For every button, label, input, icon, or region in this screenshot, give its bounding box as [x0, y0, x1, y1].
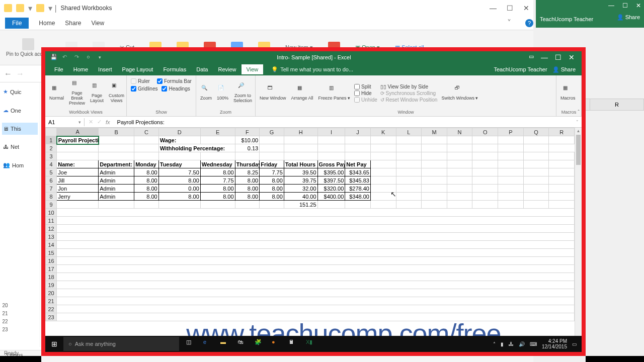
new-window-button[interactable]: 🗔New Window	[258, 84, 288, 102]
formula-input[interactable]: Payroll Projections:	[114, 118, 573, 126]
minimize-button[interactable]: —	[541, 53, 548, 61]
tab-pagelayout[interactable]: Page Layout	[117, 64, 158, 74]
undo-icon[interactable]: ↶	[62, 54, 69, 61]
tab-file[interactable]: File	[5, 18, 29, 29]
zoom-100-button[interactable]: 📄100%	[215, 84, 230, 102]
taskbar-store-icon[interactable]: 🛍	[237, 339, 248, 349]
sidebar-item-homegroup[interactable]: 👥Hom	[2, 159, 38, 171]
back-button[interactable]: ←	[4, 69, 12, 78]
zoom-button[interactable]: 🔍Zoom	[198, 84, 214, 102]
taskbar-explorer-icon[interactable]: ▬	[220, 339, 230, 349]
table-row: 16	[46, 257, 575, 265]
split-checkbox[interactable]	[354, 84, 360, 89]
page-break-preview-button[interactable]: ▤Page Break Preview	[67, 79, 87, 107]
ruler-checkbox[interactable]	[131, 78, 136, 84]
gridlines-checkbox[interactable]	[131, 86, 136, 92]
sidebar-item-network[interactable]: 🖧Net	[2, 141, 38, 153]
unhide-checkbox[interactable]	[354, 97, 360, 103]
expand-formula-icon[interactable]: ˅	[573, 120, 582, 125]
tab-data[interactable]: Data	[191, 64, 213, 74]
tab-view[interactable]: View	[91, 20, 104, 27]
system-clock[interactable]: 4:24 PM 12/14/2015	[542, 338, 567, 349]
close-button[interactable]: ✕	[569, 53, 575, 61]
maximize-button[interactable]: ☐	[507, 4, 513, 12]
tab-view[interactable]: View	[242, 64, 264, 74]
table-row: 5JoeAdmin8.007.508.008.257.7539.50$395.0…	[46, 168, 575, 176]
table-row: 17	[46, 265, 575, 273]
sidebar-item-onedrive[interactable]: ☁One	[2, 104, 38, 117]
folder-icon	[4, 4, 12, 12]
macros-button[interactable]: ▦Macros	[558, 84, 578, 102]
view-side-by-side-button[interactable]: ▯▯ View Side by Side	[380, 84, 438, 89]
vertical-scrollbar[interactable]: ▲ ▼	[575, 128, 582, 352]
tray-up-icon[interactable]: ˄	[493, 341, 496, 347]
taskbar-excel-icon[interactable]: X▮	[306, 339, 316, 349]
name-box[interactable]: A1▾	[45, 118, 85, 126]
tab-share[interactable]: Share	[65, 20, 81, 27]
tray-network-icon[interactable]: 🖧	[509, 341, 514, 347]
close-button[interactable]: ✕	[523, 4, 529, 12]
tray-keyboard-icon[interactable]: ⌨	[530, 341, 537, 347]
excel-tabs: File Home Insert Page Layout Formulas Da…	[45, 63, 582, 75]
tab-file[interactable]: File	[49, 64, 68, 74]
tab-home[interactable]: Home	[39, 20, 55, 27]
cancel-icon[interactable]: ✕	[89, 119, 93, 125]
page-layout-button[interactable]: ▥Page Layout	[88, 81, 106, 105]
share-button[interactable]: 👤 Share	[552, 66, 578, 73]
custom-views-button[interactable]: ▣Custom Views	[107, 81, 126, 105]
hide-checkbox[interactable]	[354, 90, 360, 96]
taskbar-firefox-icon[interactable]: ●	[272, 339, 282, 349]
headings-checkbox[interactable]	[162, 86, 167, 92]
table-row: 20	[46, 289, 575, 297]
sync-scrolling-button[interactable]: ⟳ Synchronous Scrolling	[380, 90, 438, 96]
explorer-tabs: File Home Share View ˅ ?	[0, 16, 533, 30]
freeze-panes-button[interactable]: ▥Freeze Panes ▾	[316, 84, 353, 102]
ribbon-options-button[interactable]: ▭	[529, 53, 534, 61]
table-row: 15	[46, 249, 575, 257]
tray-battery-icon[interactable]: ▮	[501, 341, 504, 347]
tray-volume-icon[interactable]: 🔊	[519, 341, 525, 347]
tab-formulas[interactable]: Formulas	[158, 64, 191, 74]
reset-position-button[interactable]: ↺ Reset Window Position	[380, 97, 438, 103]
formula-bar-checkbox[interactable]	[157, 78, 163, 84]
search-box[interactable]: ○ Ask me anything	[63, 337, 179, 351]
tellme-input[interactable]: 💡 Tell me what you want to do...	[263, 66, 494, 73]
tab-home[interactable]: Home	[68, 64, 93, 74]
help-icon[interactable]: ?	[525, 19, 533, 27]
table-row: 3	[46, 152, 575, 160]
bg-excel-user: TeachUcomp Teacher	[536, 14, 597, 24]
sidebar-item-thispc[interactable]: 🖥This	[2, 123, 38, 135]
fx-icon[interactable]: fx	[106, 119, 110, 125]
collapse-ribbon-icon[interactable]: ˆ	[578, 109, 580, 115]
bg-excel-share[interactable]: 👤 Share	[617, 14, 640, 21]
enter-icon[interactable]: ✓	[97, 119, 102, 125]
minimize-button[interactable]: —	[608, 2, 614, 9]
forward-button[interactable]: →	[16, 69, 24, 78]
redo-icon[interactable]: ↷	[74, 54, 82, 61]
table-row: 11	[46, 217, 575, 225]
switch-windows-button[interactable]: 🗗Switch Windows ▾	[439, 84, 480, 102]
tab-insert[interactable]: Insert	[93, 64, 117, 74]
minimize-button[interactable]: —	[490, 4, 497, 12]
sidebar-item-quick[interactable]: ★Quic	[2, 85, 38, 98]
table-row: 22	[46, 305, 575, 313]
notifications-icon[interactable]: ▭	[572, 341, 577, 347]
zoom-selection-button[interactable]: 🔎Zoom to Selection	[231, 81, 254, 105]
windows-taskbar: ⊞ ○ Ask me anything ◫ е ▬ 🛍 🧩 ● 🖩 X▮ ˄ ▮…	[45, 336, 582, 352]
task-view-icon[interactable]: ◫	[186, 339, 196, 349]
close-button[interactable]: ✕	[636, 2, 641, 9]
touch-mode-icon[interactable]: ○	[87, 54, 94, 61]
table-row: 21	[46, 297, 575, 305]
background-excel-window: — ☐ ✕ TeachUcomp Teacher 👤 Share	[536, 0, 644, 28]
maximize-button[interactable]: ☐	[622, 2, 628, 9]
taskbar-edge-icon[interactable]: е	[203, 339, 213, 349]
normal-view-button[interactable]: ▦Normal	[47, 84, 66, 102]
taskbar-calc-icon[interactable]: 🖩	[289, 339, 299, 349]
tab-review[interactable]: Review	[213, 64, 241, 74]
start-button[interactable]: ⊞	[45, 340, 63, 348]
save-icon[interactable]: 💾	[50, 54, 57, 61]
taskbar-app-icon[interactable]: 🧩	[255, 339, 265, 349]
maximize-button[interactable]: ☐	[555, 53, 561, 61]
arrange-all-button[interactable]: ▦Arrange All	[289, 84, 315, 102]
table-row: 4Name:Department:MondayTuesdayWednesdayT…	[46, 160, 575, 168]
